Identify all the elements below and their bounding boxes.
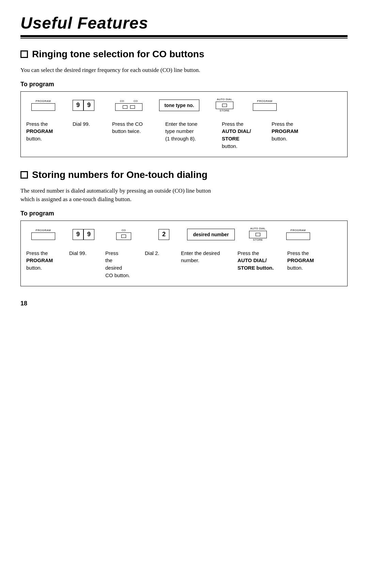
program-label-3: PROGRAM	[36, 229, 51, 232]
auto-dial-label-bottom-1: STORE	[220, 109, 230, 112]
title-rule-thick	[20, 35, 348, 37]
section1-desc3-text: Press the CObutton twice.	[112, 120, 143, 135]
section1-desc-row: Press thePROGRAMbutton. Dial 99. Press t…	[26, 120, 342, 150]
number-pair-icon-2: 9 9	[73, 227, 94, 242]
section2-header: Storing numbers for One-touch dialing	[20, 169, 348, 180]
section2-desc1: Press thePROGRAMbutton.	[26, 250, 57, 272]
co-double-body-1	[115, 103, 142, 111]
co-indicator-left-1	[123, 105, 127, 109]
section2-step5-icon: desired number	[187, 227, 235, 245]
section2-desc2: Dial 99.	[69, 250, 93, 257]
section1-description: You can select the desired ringer freque…	[20, 66, 348, 75]
auto-dial-icon-2: AUTO DIAL STORE	[249, 227, 267, 242]
section2-desc5-text: Enter the desirednumber.	[181, 250, 220, 265]
section1-desc3: Press the CObutton twice.	[112, 120, 153, 135]
section2-desc4-text: Dial 2.	[145, 250, 159, 257]
section2-desc5: Enter the desirednumber.	[181, 250, 225, 265]
number-9a-1: 9	[73, 100, 83, 111]
program-label-4: PROGRAM	[291, 229, 306, 232]
section1-desc1: Press thePROGRAMbutton.	[26, 120, 60, 142]
auto-dial-body-2	[249, 231, 267, 238]
program-btn-3: PROGRAM	[31, 229, 55, 240]
program-rect-2	[253, 103, 277, 111]
section2-desc6-text: Press theAUTO DIAL/STORE button.	[237, 250, 274, 272]
section1-header: Ringing tone selection for CO buttons	[20, 49, 348, 60]
section2-icon	[20, 171, 28, 179]
section2-desc2-text: Dial 99.	[69, 250, 87, 257]
number-pair-1: 9 9	[73, 100, 94, 111]
auto-dial-label-top-1: AUTO DIAL	[217, 98, 232, 101]
section2-icons-row: PROGRAM 9 9 CO	[26, 227, 342, 245]
section1-step6-icon: PROGRAM	[248, 98, 282, 116]
section1-step2-icon: 9 9	[66, 98, 101, 116]
section1-desc6-text: Press thePROGRAMbutton.	[272, 120, 298, 142]
section2-desc1-text: Press thePROGRAMbutton.	[26, 250, 53, 272]
co-double-labels-1: CO CO	[120, 100, 138, 103]
section2: Storing numbers for One-touch dialing Th…	[20, 169, 348, 286]
section2-subheading: To program	[20, 210, 348, 217]
auto-dial-label-bottom-2: STORE	[253, 238, 263, 241]
program-button-icon-1: PROGRAM	[31, 98, 55, 113]
section1-step1-icon: PROGRAM	[26, 98, 60, 116]
section2-step7-icon: PROGRAM	[281, 227, 315, 245]
number-pair-icon-1: 9 9	[73, 98, 94, 113]
desired-number-btn: desired number	[187, 229, 235, 240]
co-double-icon-1: CO CO	[115, 98, 142, 113]
number-2: 2	[158, 229, 169, 240]
section2-step1-icon: PROGRAM	[26, 227, 60, 245]
tone-type-icon: tone type no.	[159, 98, 199, 113]
section1-program-box: PROGRAM 9 9 CO CO	[20, 91, 348, 157]
number-9b-1: 9	[83, 100, 94, 111]
desired-number-icon: desired number	[187, 227, 235, 242]
auto-dial-btn-2: AUTO DIAL STORE	[249, 227, 267, 242]
auto-dial-btn-1: AUTO DIAL STORE	[216, 98, 233, 113]
section1-desc6: Press thePROGRAMbutton.	[272, 120, 302, 142]
program-rect-1	[31, 103, 55, 111]
page-number: 18	[20, 300, 348, 307]
number-9a-2: 9	[73, 229, 83, 240]
number-pair-2: 9 9	[73, 229, 94, 240]
program-label-1: PROGRAM	[36, 100, 51, 103]
program-btn-1: PROGRAM	[31, 100, 55, 111]
program-button-icon-2: PROGRAM	[253, 98, 277, 113]
number-single-icon: 2	[158, 227, 169, 242]
auto-dial-label-top-2: AUTO DIAL	[250, 227, 266, 230]
program-button-icon-4: PROGRAM	[286, 227, 310, 242]
co-single-label: CO	[122, 229, 126, 232]
section1-desc5: Press theAUTO DIAL/STOREbutton.	[222, 120, 259, 150]
page-title: Useful Features	[20, 14, 348, 32]
section1-step5-icon: AUTO DIAL STORE	[208, 98, 242, 116]
number-9b-2: 9	[83, 229, 94, 240]
section1-icons-row: PROGRAM 9 9 CO CO	[26, 98, 342, 116]
co-single-btn: CO	[116, 229, 131, 240]
section1-desc4: Enter the tonetype number(1 through 8).	[165, 120, 210, 142]
auto-dial-inner-1	[222, 104, 227, 107]
co-indicator-right-1	[130, 105, 135, 109]
section2-step3-icon: CO	[107, 227, 141, 245]
section1-desc2-text: Dial 99.	[73, 120, 90, 128]
program-btn-2: PROGRAM	[253, 100, 277, 111]
section2-desc2: which is assigned as a one-touch dialing…	[20, 196, 132, 202]
section2-desc1: The stored number is dialed automaticall…	[20, 187, 211, 194]
tone-type-btn: tone type no.	[159, 100, 199, 111]
auto-dial-inner-2	[256, 233, 260, 236]
section2-step2-icon: 9 9	[66, 227, 101, 245]
program-btn-4: PROGRAM	[286, 229, 310, 240]
section2-desc3: PressthedesiredCO button.	[105, 250, 133, 279]
program-rect-3	[31, 232, 55, 240]
section1-title: Ringing tone selection for CO buttons	[32, 49, 204, 60]
section1-subheading: To program	[20, 81, 348, 88]
section1-step4-icon: tone type no.	[157, 98, 201, 116]
co-double-btn-1: CO CO	[115, 100, 142, 111]
section1-desc2: Dial 99.	[73, 120, 100, 128]
auto-dial-body-1	[216, 102, 233, 109]
program-rect-4	[286, 232, 310, 240]
section1-desc1-text: Press thePROGRAMbutton.	[26, 120, 53, 142]
title-rule-thin	[20, 38, 348, 39]
section2-desc7: Press thePROGRAMbutton.	[287, 250, 318, 272]
section2-step6-icon: AUTO DIAL STORE	[241, 227, 275, 245]
section2-desc6: Press theAUTO DIAL/STORE button.	[237, 250, 275, 272]
section1-desc4-text: Enter the tonetype number(1 through 8).	[165, 120, 197, 142]
section2-desc7-text: Press thePROGRAMbutton.	[287, 250, 314, 272]
section1-step3-icon: CO CO	[107, 98, 151, 116]
